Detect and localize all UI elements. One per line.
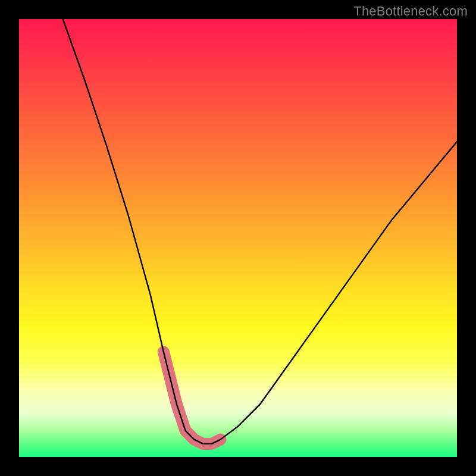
curve-layer <box>19 19 457 457</box>
plot-area <box>19 19 457 457</box>
bottleneck-curve <box>63 19 457 444</box>
valley-highlight <box>164 352 221 444</box>
watermark-label: TheBottleneck.com <box>353 4 468 19</box>
chart-frame: TheBottleneck.com <box>0 0 476 476</box>
